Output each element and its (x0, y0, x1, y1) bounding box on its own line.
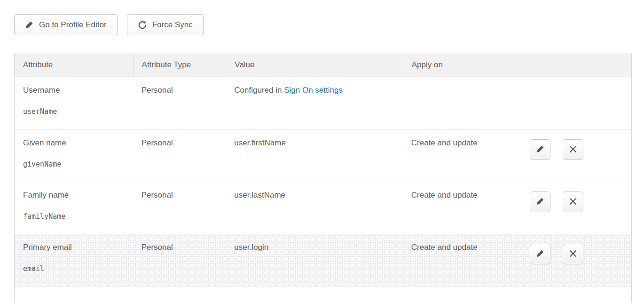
delete-attribute-button[interactable] (563, 139, 583, 160)
force-sync-button[interactable]: Force Sync (127, 14, 204, 35)
pencil-icon (535, 197, 545, 207)
apply-on-cell: Create and update (403, 234, 521, 286)
table-row-partial (15, 286, 631, 303)
attribute-label: Primary email (23, 243, 127, 252)
value-cell: user.login (226, 234, 402, 286)
toolbar: Go to Profile Editor Force Sync (14, 14, 204, 35)
attribute-variable: userName (23, 107, 127, 116)
pencil-icon (535, 249, 545, 260)
attribute-mappings-table: Attribute Attribute Type Value Apply on … (14, 53, 632, 303)
attribute-label: Family name (23, 191, 127, 200)
pencil-icon (25, 20, 34, 29)
actions-cell (521, 182, 631, 234)
attribute-cell: Username userName (15, 77, 133, 129)
attribute-type-cell: Personal (133, 130, 226, 182)
table-row-username: Username userName Personal Configured in… (15, 77, 631, 129)
close-icon (569, 197, 577, 207)
value-prefix-text: Configured in (234, 86, 284, 95)
table-row-family-name: Family name familyName Personal user.las… (15, 182, 631, 234)
attribute-label: Username (23, 86, 127, 95)
value-cell: user.lastName (226, 182, 402, 234)
attribute-variable: givenName (23, 160, 127, 168)
table-header: Attribute Attribute Type Value Apply on (15, 53, 631, 77)
go-to-profile-editor-button[interactable]: Go to Profile Editor (14, 14, 118, 35)
actions-cell (521, 130, 631, 182)
column-header-attribute: Attribute (15, 53, 133, 77)
force-sync-label: Force Sync (152, 20, 193, 30)
attribute-type-cell: Personal (133, 77, 226, 129)
attribute-label: Given name (23, 138, 127, 148)
apply-on-cell (403, 77, 521, 129)
attribute-cell: Given name givenName (15, 130, 133, 182)
attribute-variable: email (23, 264, 127, 273)
table-row-given-name: Given name givenName Personal user.first… (15, 129, 631, 182)
attribute-mappings-page: Go to Profile Editor Force Sync Attribut… (0, 0, 644, 303)
column-header-apply-on: Apply on (403, 53, 521, 77)
column-header-actions (521, 53, 631, 77)
attribute-cell: Primary email email (15, 234, 133, 286)
apply-on-cell: Create and update (403, 182, 521, 234)
pencil-icon (535, 144, 545, 155)
close-icon (569, 145, 577, 155)
table-row-primary-email: Primary email email Personal user.login … (15, 234, 631, 286)
edit-attribute-button[interactable] (530, 191, 550, 212)
close-icon (569, 249, 577, 259)
column-header-value: Value (226, 53, 402, 77)
attribute-type-cell: Personal (133, 182, 226, 234)
refresh-icon (138, 20, 147, 30)
edit-attribute-button[interactable] (530, 139, 550, 160)
delete-attribute-button[interactable] (563, 191, 583, 212)
attribute-type-cell: Personal (133, 234, 226, 286)
value-cell: user.firstName (226, 130, 402, 182)
column-header-attribute-type: Attribute Type (133, 53, 226, 77)
value-cell: Configured in Sign On settings (226, 77, 402, 129)
edit-attribute-button[interactable] (530, 244, 550, 264)
sign-on-settings-link[interactable]: Sign On settings (284, 86, 343, 95)
delete-attribute-button[interactable] (563, 244, 583, 264)
apply-on-cell: Create and update (403, 130, 521, 182)
attribute-cell: Family name familyName (15, 182, 133, 234)
go-to-profile-editor-label: Go to Profile Editor (39, 20, 107, 30)
actions-cell (521, 77, 631, 129)
attribute-variable: familyName (23, 212, 127, 221)
actions-cell (521, 234, 631, 286)
